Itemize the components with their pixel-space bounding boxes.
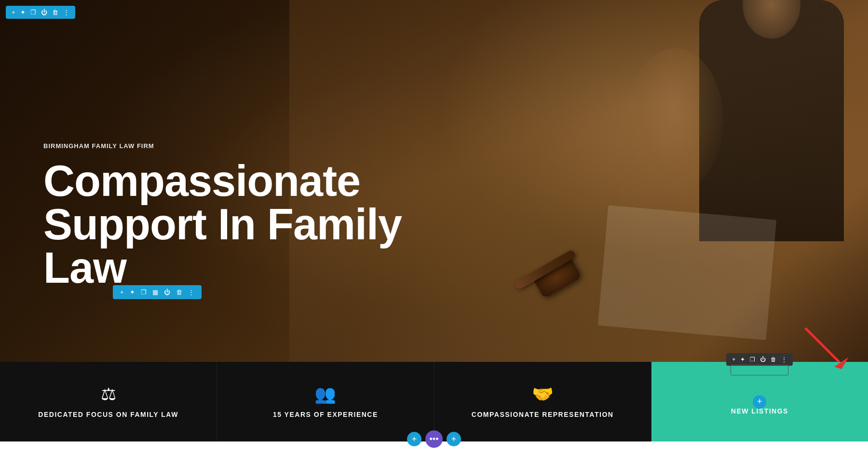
- top-toolbar[interactable]: + ✦ ❐ ⏻ 🗑 ⋮: [6, 6, 75, 19]
- mid-toolbar-grid-icon[interactable]: ▦: [150, 288, 161, 297]
- add-center-button[interactable]: +: [753, 395, 766, 409]
- toolbar-copy-icon[interactable]: ❐: [28, 8, 38, 17]
- toolbar-settings-icon[interactable]: ✦: [18, 8, 27, 17]
- mid-toolbar[interactable]: + ✦ ❐ ▦ ⏻ 🗑 ⋮: [113, 285, 202, 299]
- hero-subtitle: BIRMINGHAM FAMILY LAW FIRM: [43, 142, 477, 150]
- right-toolbar-settings-icon[interactable]: ✦: [738, 355, 747, 364]
- stat-label-experience: 15 YEARS OF EXPERIENCE: [273, 410, 378, 420]
- hero-title-line2: Support In Family Law: [43, 200, 402, 292]
- stats-bar: ⚖ DEDICATED FOCUS ON FAMILY LAW 👥 15 YEA…: [0, 362, 868, 441]
- stat-label-focus: DEDICATED FOCUS ON FAMILY LAW: [38, 410, 178, 420]
- bottom-add-right-button[interactable]: +: [447, 432, 461, 446]
- new-listings-input[interactable]: [731, 365, 788, 375]
- gavel: [516, 265, 603, 304]
- hero-title-line1: Compassionate: [43, 157, 360, 205]
- person-head: [743, 0, 800, 39]
- people-stat-icon: 👥: [314, 384, 336, 404]
- hero-title: Compassionate Support In Family Law: [43, 159, 477, 290]
- stat-item-new-listings: + ✦ ❐ ⏻ 🗑 ⋮ + NEW LISTINGS: [651, 362, 868, 441]
- right-toolbar-more-icon[interactable]: ⋮: [779, 355, 789, 364]
- gavel-stat-icon: ⚖: [101, 384, 116, 404]
- right-toolbar-delete-icon[interactable]: 🗑: [769, 355, 778, 364]
- mid-toolbar-copy-icon[interactable]: ❐: [138, 288, 149, 297]
- hero-content: BIRMINGHAM FAMILY LAW FIRM Compassionate…: [43, 142, 477, 290]
- right-toolbar-add-icon[interactable]: +: [730, 355, 737, 364]
- mid-toolbar-more-icon[interactable]: ⋮: [186, 288, 197, 297]
- toolbar-delete-icon[interactable]: 🗑: [50, 8, 60, 17]
- bottom-add-left-button[interactable]: +: [407, 432, 421, 446]
- pen-hand: [627, 48, 723, 193]
- stat-item-representation: 🤝 COMPASSIONATE REPRESENTATION: [434, 362, 651, 441]
- toolbar-power-icon[interactable]: ⏻: [39, 8, 49, 17]
- toolbar-more-icon[interactable]: ⋮: [61, 8, 71, 17]
- bottom-controls[interactable]: + ••• +: [407, 430, 461, 448]
- mid-toolbar-power-icon[interactable]: ⏻: [162, 288, 173, 297]
- document: [598, 205, 776, 340]
- bottom-dots-button[interactable]: •••: [425, 430, 443, 448]
- mid-toolbar-add-icon[interactable]: +: [118, 288, 126, 297]
- toolbar-add-icon[interactable]: +: [10, 8, 17, 17]
- hero-section: + ✦ ❐ ⏻ 🗑 ⋮ BIRMINGHAM FAMILY LAW FIRM C…: [0, 0, 868, 362]
- stat-item-experience: 👥 15 YEARS OF EXPERIENCE: [217, 362, 434, 441]
- mid-toolbar-delete-icon[interactable]: 🗑: [174, 288, 185, 297]
- stat-label-representation: COMPASSIONATE REPRESENTATION: [472, 410, 614, 420]
- handshake-stat-icon: 🤝: [532, 384, 554, 404]
- mid-toolbar-settings-icon[interactable]: ✦: [127, 288, 137, 297]
- right-toolbar[interactable]: + ✦ ❐ ⏻ 🗑 ⋮: [726, 353, 793, 366]
- right-toolbar-power-icon[interactable]: ⏻: [758, 355, 768, 364]
- right-toolbar-copy-icon[interactable]: ❐: [748, 355, 757, 364]
- stat-item-focus: ⚖ DEDICATED FOCUS ON FAMILY LAW: [0, 362, 217, 441]
